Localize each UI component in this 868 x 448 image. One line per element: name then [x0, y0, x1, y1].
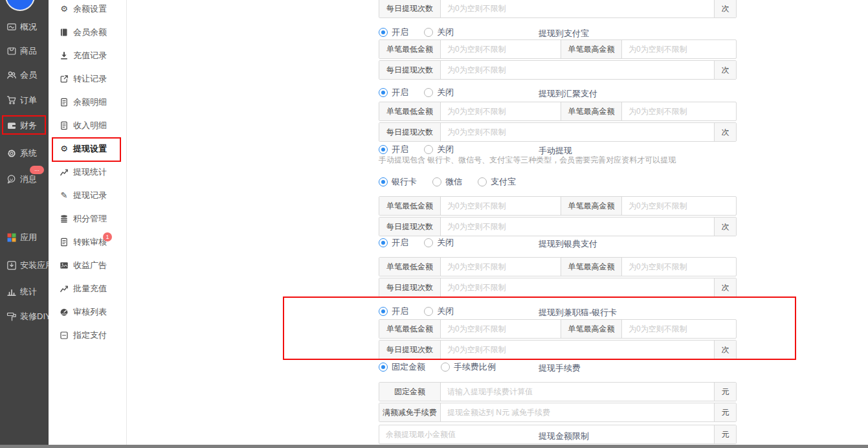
submenu-item-label: 收入明细: [73, 120, 107, 131]
submenu-item-label: 提现统计: [73, 166, 107, 178]
radio-alipay[interactable]: [478, 177, 487, 186]
submenu-item-withdraw-records[interactable]: ✎ 提现记录: [49, 184, 126, 207]
download-icon: [60, 51, 69, 60]
min-amount-input[interactable]: [441, 258, 561, 276]
min-amount-input[interactable]: [441, 102, 561, 120]
submenu-item-label: 充值记录: [73, 50, 107, 62]
submenu-item-label: 指定支付: [73, 330, 107, 341]
max-amount-input[interactable]: [622, 40, 736, 58]
submenu-item-recharge-records[interactable]: 充值记录: [49, 44, 126, 67]
daily-count-input[interactable]: [441, 61, 714, 79]
submenu-item-balance-details[interactable]: 余额明细: [49, 91, 126, 114]
sidebar-item-goods[interactable]: 商品: [6, 45, 37, 58]
radio-on-label: 开启: [392, 237, 408, 249]
sidebar-item-members[interactable]: 会员: [6, 69, 37, 82]
min-amount-input[interactable]: [441, 320, 561, 338]
daily-count-input[interactable]: [441, 123, 714, 141]
daily-count-input[interactable]: [441, 0, 714, 17]
submenu-item-batch-recharge[interactable]: 批量充值: [49, 277, 126, 300]
fee-waive-addon: 满额减免手续费: [379, 403, 441, 421]
unit-times: 次: [714, 123, 736, 141]
submenu-item-label: 批量充值: [73, 283, 107, 295]
sidebar-item-apps[interactable]: 应用: [6, 231, 37, 244]
daily-count-addon: 每日提现次数: [379, 61, 441, 79]
section-jianzhimao: 提现到兼职猫-银行卡 开启 关闭 单笔最低金额 单笔最高金额 每日提现次数 次: [379, 306, 868, 359]
radio-on[interactable]: [379, 307, 388, 316]
daily-count-input[interactable]: [441, 341, 714, 359]
submenu-item-balance-settings[interactable]: ⚙ 余额设置: [49, 0, 126, 21]
sidebar-item-label: 系统: [20, 148, 37, 159]
sidebar-item-finance[interactable]: 财务: [6, 119, 37, 132]
radio-off[interactable]: [424, 238, 433, 247]
sidebar-item-system[interactable]: 系统: [6, 147, 37, 160]
section-label-fee: 提现手续费: [539, 363, 628, 374]
submenu-item-transfer-review[interactable]: 转账审核 1: [49, 230, 126, 254]
radio-off[interactable]: [424, 28, 433, 37]
radio-wechat[interactable]: [432, 177, 441, 186]
radio-fee-ratio[interactable]: [441, 363, 450, 372]
submenu-item-label: 余额明细: [73, 96, 107, 108]
document-icon: [60, 98, 69, 107]
sidebar-item-stats[interactable]: 统计: [6, 286, 37, 298]
radio-off[interactable]: [424, 88, 433, 97]
submenu-item-label: 余额设置: [73, 3, 107, 15]
submenu-item-designated-payment[interactable]: 指定支付: [49, 324, 126, 347]
submenu-item-revenue-ads[interactable]: 收益广告: [49, 254, 126, 277]
sidebar-item-label: 会员: [20, 69, 37, 81]
sidebar-item-decorate-diy[interactable]: 装修DIY: [6, 310, 51, 323]
messages-badge: ...: [30, 166, 44, 174]
external-link-icon: [60, 74, 69, 84]
max-amount-input[interactable]: [622, 258, 736, 276]
submenu-item-member-balance[interactable]: 会员余额: [49, 21, 126, 44]
section-huiju: 提现到汇聚支付 开启 关闭 单笔最低金额 单笔最高金额 每日提现次数 次: [379, 87, 868, 142]
min-amount-addon: 单笔最低金额: [379, 320, 441, 338]
radio-on[interactable]: [379, 28, 388, 37]
fee-waive-input[interactable]: [441, 403, 714, 421]
amount-range-group: 单笔最低金额 单笔最高金额: [379, 196, 737, 216]
section-label-yindian: 提现到银典支付: [539, 238, 628, 250]
sidebar-item-messages[interactable]: 消息 ...: [6, 173, 37, 186]
sidebar-item-label: 财务: [20, 120, 37, 131]
min-amount-addon: 单笔最低金额: [379, 197, 441, 215]
fixed-fee-input[interactable]: [441, 383, 714, 401]
avatar[interactable]: [5, 0, 35, 11]
radio-off[interactable]: [424, 145, 433, 154]
submenu-item-transfer-records[interactable]: 转让记录: [49, 67, 126, 91]
submenu-item-withdraw-settings[interactable]: ⚙ 提现设置: [49, 137, 126, 161]
daily-count-input[interactable]: [441, 278, 714, 297]
max-amount-input[interactable]: [622, 102, 736, 120]
submenu-item-income-details[interactable]: 收入明细: [49, 114, 126, 137]
daily-count-addon: 每日提现次数: [379, 123, 441, 141]
horizontal-scrollbar[interactable]: [0, 445, 868, 448]
radio-off[interactable]: [424, 307, 433, 316]
coins-icon: [60, 214, 69, 223]
max-amount-addon: 单笔最高金额: [561, 258, 622, 276]
submenu-item-withdraw-stats[interactable]: 提现统计: [49, 161, 126, 184]
unit-yuan: 元: [714, 425, 736, 443]
pen-icon: ✎: [60, 191, 69, 200]
daily-count-group: 每日提现次数 次: [379, 278, 737, 297]
min-amount-input[interactable]: [441, 197, 561, 215]
radio-bankcard[interactable]: [379, 177, 388, 186]
sidebar-item-overview[interactable]: 概况: [6, 21, 37, 34]
sidebar-item-label: 装修DIY: [20, 311, 51, 322]
section-fee: 提现手续费 固定金额 手续费比例 固定金额 元 满额减免手续费 元: [379, 362, 868, 422]
max-amount-input[interactable]: [622, 197, 736, 215]
max-amount-input[interactable]: [622, 320, 736, 338]
daily-count-input[interactable]: [441, 218, 714, 236]
unit-yuan: 元: [714, 403, 736, 421]
max-amount-addon: 单笔最高金额: [561, 320, 622, 338]
radio-on[interactable]: [379, 145, 388, 154]
sidebar-item-orders[interactable]: 订单: [6, 94, 37, 107]
submenu-item-points-management[interactable]: 积分管理: [49, 207, 126, 230]
radio-on[interactable]: [379, 238, 388, 247]
daily-count-group: 每日提现次数 次: [379, 122, 737, 142]
radio-on[interactable]: [379, 88, 388, 97]
transfer-review-badge: 1: [103, 232, 112, 241]
overview-icon: [6, 22, 17, 32]
radio-fixed-amount[interactable]: [379, 363, 388, 372]
sidebar-item-install-apps[interactable]: 安装应用: [6, 259, 54, 272]
submenu-item-review-list[interactable]: 审核列表: [49, 300, 126, 324]
min-amount-input[interactable]: [441, 40, 561, 58]
unit-times: 次: [714, 61, 736, 79]
